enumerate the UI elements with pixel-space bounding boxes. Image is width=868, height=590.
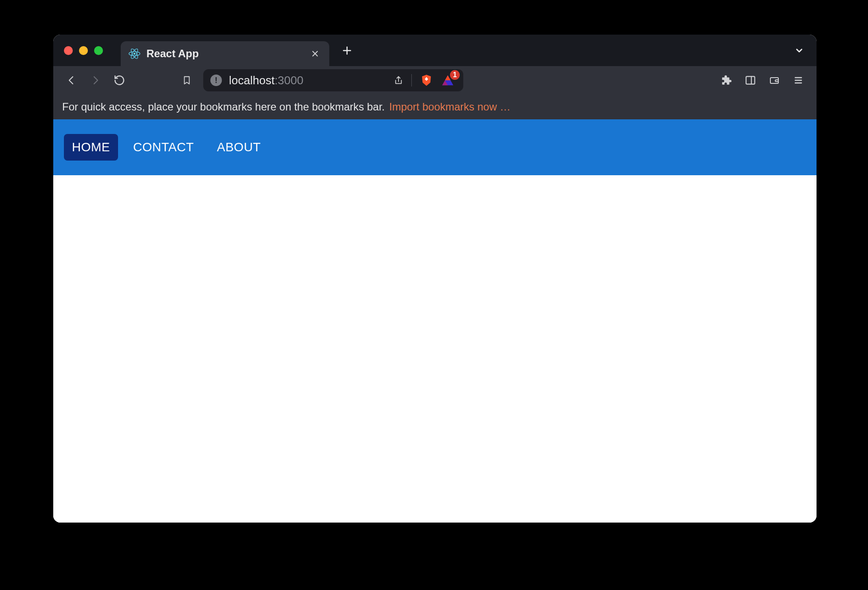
svg-point-0 (134, 53, 136, 55)
window-minimize-button[interactable] (79, 46, 88, 55)
import-bookmarks-link[interactable]: Import bookmarks now … (389, 101, 510, 113)
rewards-badge-count: 1 (450, 70, 460, 80)
wallet-button[interactable] (764, 70, 785, 90)
close-tab-button[interactable] (309, 47, 321, 60)
window-close-button[interactable] (64, 46, 73, 55)
react-icon (129, 48, 140, 59)
page-content: HOME CONTACT ABOUT (53, 119, 817, 523)
back-button[interactable] (61, 70, 82, 90)
page-body (53, 175, 817, 523)
browser-toolbar: ! localhost:3000 (53, 66, 817, 94)
new-tab-button[interactable] (342, 45, 352, 56)
reload-button[interactable] (109, 70, 130, 90)
nav-item-home[interactable]: HOME (64, 134, 118, 161)
share-button[interactable] (394, 75, 403, 86)
browser-window: React App (53, 35, 817, 523)
svg-rect-11 (746, 76, 755, 84)
address-bar[interactable]: ! localhost:3000 (203, 69, 463, 91)
bookmarks-hint-text: For quick access, place your bookmarks h… (62, 101, 385, 113)
nav-item-contact[interactable]: CONTACT (125, 134, 202, 161)
bookmarks-bar: For quick access, place your bookmarks h… (53, 94, 817, 119)
tab-title: React App (146, 47, 303, 60)
app-navbar: HOME CONTACT ABOUT (53, 119, 817, 175)
site-info-icon[interactable]: ! (210, 75, 222, 86)
address-text: localhost:3000 (229, 74, 304, 87)
extensions-button[interactable] (716, 70, 737, 90)
svg-rect-13 (770, 78, 778, 83)
menu-button[interactable] (788, 70, 809, 90)
browser-tab[interactable]: React App (121, 41, 329, 66)
address-rest: :3000 (275, 74, 304, 87)
brave-shields-icon[interactable] (420, 74, 433, 87)
brave-rewards-icon[interactable]: 1 (441, 74, 456, 87)
bookmark-button[interactable] (177, 70, 197, 90)
sidepanel-button[interactable] (740, 70, 761, 90)
window-maximize-button[interactable] (94, 46, 103, 55)
forward-button[interactable] (85, 70, 106, 90)
tab-overflow-button[interactable] (794, 46, 804, 55)
divider (411, 74, 412, 87)
tab-strip: React App (53, 35, 817, 66)
address-host: localhost (229, 74, 275, 87)
nav-item-about[interactable]: ABOUT (209, 134, 269, 161)
window-controls (64, 46, 103, 55)
